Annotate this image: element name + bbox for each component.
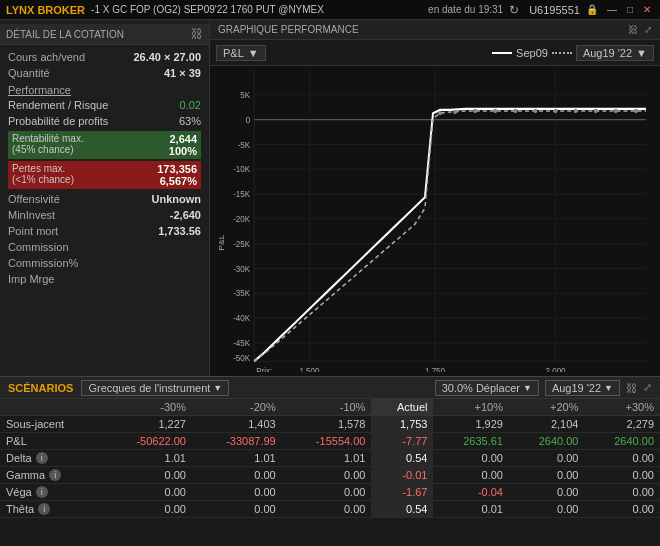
svg-point-35 xyxy=(453,110,457,114)
rentab-label: Rentabilité max. xyxy=(12,133,84,144)
chart-expand-icon[interactable]: ⤢ xyxy=(644,24,652,35)
info-icon[interactable]: i xyxy=(36,486,48,498)
col-header-plus20: +20% xyxy=(509,399,584,416)
rendement-label: Rendement / Risque xyxy=(8,99,108,111)
datetime-label: en date du 19:31 xyxy=(428,4,503,15)
chart-link-icon[interactable]: ⛓ xyxy=(628,24,638,35)
row-label-text: Véga xyxy=(6,486,32,498)
rendement-row: Rendement / Risque 0.02 xyxy=(0,97,209,113)
left-panel: DÉTAIL DE LA COTATION ⛓ Cours ach/vend 2… xyxy=(0,20,210,376)
commission-label: Commission xyxy=(8,241,69,253)
table-cell: -15554.00 xyxy=(282,433,372,450)
table-cell: 0.54 xyxy=(371,501,433,518)
table-cell: 0.00 xyxy=(192,484,282,501)
table-cell: 1,403 xyxy=(192,416,282,433)
info-icon[interactable]: i xyxy=(36,452,48,464)
col-header-actual: Actuel xyxy=(371,399,433,416)
svg-text:P&L: P&L xyxy=(216,234,226,251)
table-cell: 1.01 xyxy=(102,450,192,467)
svg-point-40 xyxy=(554,109,558,113)
offensivite-value: Unknown xyxy=(152,193,202,205)
grecques-dropdown[interactable]: Grecques de l'instrument ▼ xyxy=(81,380,229,396)
table-cell: 0.00 xyxy=(282,467,372,484)
table-cell: -7.77 xyxy=(371,433,433,450)
scenarios-link-icon[interactable]: ⛓ xyxy=(626,382,637,394)
svg-text:2,000: 2,000 xyxy=(546,366,566,372)
min-invest-row: MinInvest -2,640 xyxy=(0,207,209,223)
row-label-text: Gamma xyxy=(6,469,45,481)
chart-header: GRAPHIQUE PERFORMANCE ⛓ ⤢ xyxy=(210,20,660,40)
svg-text:-30K: -30K xyxy=(233,263,250,273)
svg-text:Prix:: Prix: xyxy=(256,366,272,372)
col-header-minus10: -10% xyxy=(282,399,372,416)
table-cell: 0.00 xyxy=(433,467,508,484)
detail-link-icon[interactable]: ⛓ xyxy=(191,27,203,41)
rentab-chance: (45% chance) xyxy=(12,144,84,155)
table-cell: 0.00 xyxy=(584,467,660,484)
detail-panel-header: DÉTAIL DE LA COTATION ⛓ xyxy=(0,24,209,45)
table-cell: 1,753 xyxy=(371,416,433,433)
chart-panel-title: GRAPHIQUE PERFORMANCE xyxy=(218,24,359,35)
row-label: Gammai xyxy=(0,467,102,484)
prob-profits-value: 63% xyxy=(179,115,201,127)
pertes-label: Pertes max. xyxy=(12,163,74,174)
svg-point-43 xyxy=(614,109,618,113)
svg-text:-25K: -25K xyxy=(233,239,250,249)
aug19-line-indicator xyxy=(552,52,572,54)
minimize-button[interactable]: — xyxy=(604,4,620,15)
grecques-dropdown-label: Grecques de l'instrument xyxy=(88,382,210,394)
refresh-icon[interactable]: ↻ xyxy=(509,3,519,17)
table-cell: -1.67 xyxy=(371,484,433,501)
row-label: Deltai xyxy=(0,450,102,467)
col-header-minus30: -30% xyxy=(102,399,192,416)
pl-dropdown[interactable]: P&L ▼ xyxy=(216,45,266,61)
row-label-text: Thêta xyxy=(6,503,34,515)
commission-row: Commission xyxy=(0,239,209,255)
date-dropdown[interactable]: Aug19 '22 ▼ xyxy=(576,45,654,61)
imp-mrge-row: Imp Mrge xyxy=(0,271,209,287)
account-id: U6195551 xyxy=(529,4,580,16)
table-cell: 2640.00 xyxy=(584,433,660,450)
svg-point-37 xyxy=(493,109,497,113)
quantite-value: 41 × 39 xyxy=(164,67,201,79)
pl-dropdown-label: P&L xyxy=(223,47,244,59)
cours-label: Cours ach/vend xyxy=(8,51,85,63)
row-label-text: Delta xyxy=(6,452,32,464)
date-dropdown-label: Aug19 '22 xyxy=(583,47,632,59)
scenarios-section: SCÉNARIOS Grecques de l'instrument ▼ 30.… xyxy=(0,376,660,546)
quantite-label: Quantité xyxy=(8,67,50,79)
main-layout: DÉTAIL DE LA COTATION ⛓ Cours ach/vend 2… xyxy=(0,20,660,376)
table-cell: 0.54 xyxy=(371,450,433,467)
table-cell: 2,279 xyxy=(584,416,660,433)
chart-controls: P&L ▼ Sep09 Aug19 '22 ▼ xyxy=(210,40,660,66)
commission-pct-row: Commission% xyxy=(0,255,209,271)
info-icon[interactable]: i xyxy=(49,469,61,481)
svg-text:-45K: -45K xyxy=(233,338,250,348)
table-row: Deltai1.011.011.010.540.000.000.00 xyxy=(0,450,660,467)
table-cell: 2635.61 xyxy=(433,433,508,450)
table-row: Sous-jacent1,2271,4031,5781,7531,9292,10… xyxy=(0,416,660,433)
maximize-button[interactable]: □ xyxy=(624,4,636,15)
deplacer-dropdown[interactable]: 30.0% Déplacer ▼ xyxy=(435,380,539,396)
table-row: Thêtai0.000.000.000.540.010.000.00 xyxy=(0,501,660,518)
table-cell: 0.00 xyxy=(584,450,660,467)
scenarios-date-dropdown[interactable]: Aug19 '22 ▼ xyxy=(545,380,620,396)
svg-point-34 xyxy=(438,111,442,115)
row-label: Végai xyxy=(0,484,102,501)
svg-point-38 xyxy=(513,109,517,113)
col-header-minus20: -20% xyxy=(192,399,282,416)
scenarios-expand-icon[interactable]: ⤢ xyxy=(643,381,652,394)
svg-text:5K: 5K xyxy=(240,90,250,100)
info-icon[interactable]: i xyxy=(38,503,50,515)
chart-panel: GRAPHIQUE PERFORMANCE ⛓ ⤢ P&L ▼ Sep09 Au… xyxy=(210,20,660,376)
col-header-plus10: +10% xyxy=(433,399,508,416)
table-cell: 0.00 xyxy=(584,484,660,501)
pl-dropdown-arrow: ▼ xyxy=(248,47,259,59)
row-label-text: P&L xyxy=(6,435,27,447)
chart-header-icons: ⛓ ⤢ xyxy=(628,24,652,35)
date-dropdown-arrow: ▼ xyxy=(636,47,647,59)
table-cell: -0.01 xyxy=(371,467,433,484)
close-button[interactable]: ✕ xyxy=(640,4,654,15)
pertes-pct: 6,567% xyxy=(157,175,197,187)
scenarios-header: SCÉNARIOS Grecques de l'instrument ▼ 30.… xyxy=(0,377,660,399)
